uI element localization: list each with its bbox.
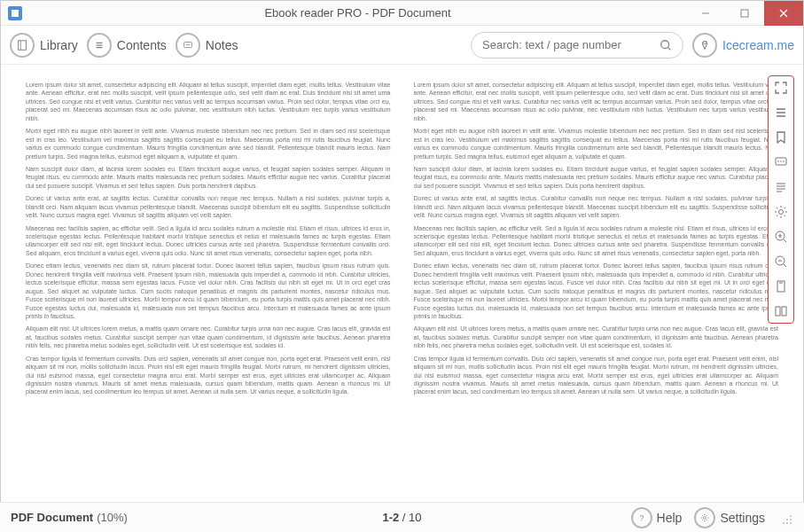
svg-point-58 — [783, 522, 784, 524]
svg-line-34 — [777, 215, 778, 217]
doc-name: PDF Document — [11, 511, 93, 524]
contents-side-button[interactable] — [773, 105, 789, 121]
svg-rect-44 — [782, 307, 786, 316]
maximize-button[interactable] — [725, 1, 764, 26]
window-title: Ebook reader PRO - PDF Document — [29, 6, 686, 20]
svg-line-33 — [784, 207, 786, 209]
svg-line-54 — [702, 520, 703, 520]
close-button[interactable] — [764, 1, 803, 26]
contents-button[interactable]: Contents — [87, 33, 167, 58]
add-note-button[interactable] — [773, 154, 789, 170]
svg-point-57 — [790, 519, 792, 520]
icecream-icon — [692, 33, 717, 58]
svg-point-26 — [779, 210, 784, 215]
help-label: Help — [657, 511, 683, 525]
svg-point-19 — [777, 160, 779, 162]
library-button[interactable]: Library — [10, 33, 78, 58]
svg-point-56 — [786, 519, 788, 520]
titlebar: Ebook reader PRO - PDF Document — [1, 1, 803, 26]
dual-page-button[interactable] — [773, 303, 789, 319]
settings-label: Settings — [720, 511, 765, 525]
svg-point-60 — [790, 522, 792, 524]
help-icon: ? — [631, 507, 652, 528]
text-mode-button[interactable] — [773, 179, 789, 195]
zoom-in-button[interactable] — [773, 229, 789, 245]
svg-rect-43 — [776, 307, 780, 316]
bookmark-button[interactable] — [773, 129, 789, 145]
settings-button[interactable]: Settings — [694, 507, 765, 528]
minimize-button[interactable] — [686, 1, 725, 26]
gear-icon — [694, 507, 715, 528]
fit-page-button[interactable] — [773, 278, 789, 294]
svg-rect-0 — [12, 10, 19, 17]
svg-line-40 — [784, 264, 786, 267]
book-icon — [10, 33, 35, 58]
svg-point-21 — [783, 160, 784, 162]
svg-line-36 — [784, 239, 786, 242]
app-icon — [8, 6, 22, 20]
zoom-out-button[interactable] — [773, 254, 789, 270]
brightness-button[interactable] — [773, 204, 789, 220]
brand-label: Icecream.me — [722, 38, 794, 52]
notes-label: Notes — [206, 38, 238, 52]
svg-point-59 — [786, 522, 788, 524]
contents-label: Contents — [117, 38, 167, 52]
list-icon — [87, 33, 112, 58]
svg-point-55 — [790, 515, 792, 517]
notes-button[interactable]: Notes — [176, 33, 238, 58]
brand-link[interactable]: Icecream.me — [692, 33, 794, 58]
page-indicator[interactable]: 1-2 / 10 — [382, 511, 421, 524]
svg-line-53 — [707, 514, 708, 515]
svg-point-11 — [187, 43, 188, 44]
search-icon — [660, 39, 672, 51]
statusbar: PDF Document (10%) 1-2 / 10 ? Help Setti… — [0, 502, 804, 532]
search-input[interactable] — [482, 38, 660, 51]
viewer-area: Lorem ipsum dolor sit amet, consectetur … — [1, 65, 803, 503]
fullscreen-button[interactable] — [773, 80, 789, 96]
svg-point-46 — [704, 516, 706, 519]
page-left[interactable]: Lorem ipsum dolor sit amet, consectetur … — [26, 81, 391, 487]
page-right[interactable]: Lorem ipsum dolor sit amet, consectetur … — [414, 81, 779, 487]
svg-point-20 — [780, 160, 782, 162]
svg-line-31 — [777, 207, 778, 209]
svg-point-12 — [189, 43, 190, 44]
search-box[interactable] — [471, 32, 683, 59]
svg-line-32 — [784, 215, 786, 217]
svg-line-52 — [707, 520, 708, 520]
zoom-level: (10%) — [97, 511, 128, 524]
side-toolbar — [768, 75, 794, 324]
svg-line-51 — [702, 514, 703, 515]
notes-icon — [176, 33, 200, 58]
resize-grip-icon[interactable] — [781, 512, 793, 524]
svg-point-10 — [185, 43, 186, 44]
library-label: Library — [40, 38, 78, 52]
svg-line-14 — [668, 47, 671, 50]
svg-text:?: ? — [639, 514, 644, 522]
svg-point-13 — [661, 40, 669, 48]
svg-rect-2 — [741, 10, 748, 17]
toolbar: Library Contents Notes Icecream.me — [1, 26, 803, 65]
help-button[interactable]: ? Help — [631, 507, 683, 528]
